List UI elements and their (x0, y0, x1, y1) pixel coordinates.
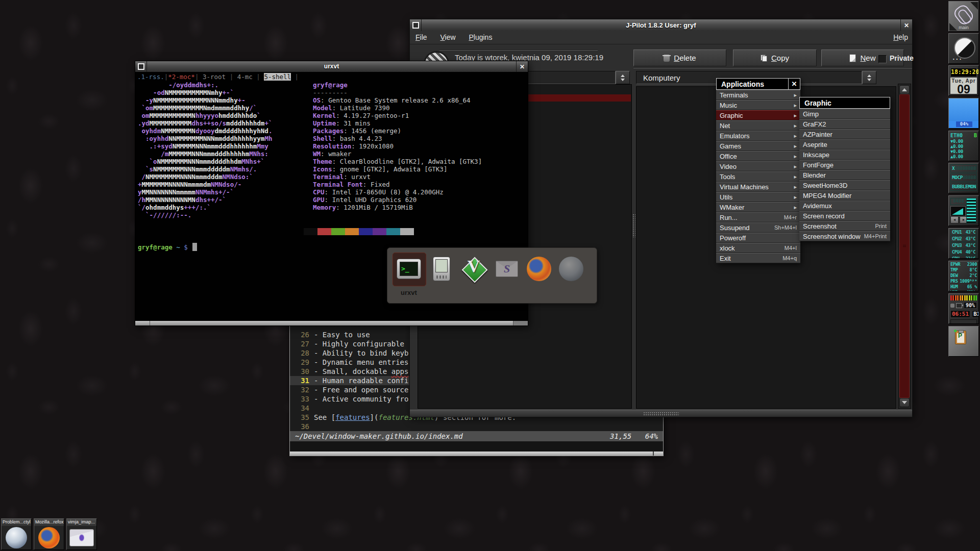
mixer-prev-button[interactable]: ◂ (950, 216, 959, 223)
memo-scrollbar[interactable] (898, 84, 911, 409)
switcher-item-mail[interactable]: S (494, 256, 520, 282)
miniaturize-button[interactable] (135, 61, 147, 72)
weather-value: 2300 (967, 262, 977, 267)
vim-statusline: ~/Devel/window-maker.github.io/index.md … (290, 431, 663, 441)
window-switcher-panel: >_ V S urxvt (387, 247, 597, 304)
graphic-submenu-title[interactable]: Graphic (799, 97, 890, 109)
menu-item[interactable]: Exit M4+q (716, 253, 800, 263)
dock-lcd-display[interactable]: X88888888 MOCP88888 BUBBLEMON (948, 163, 979, 193)
scroll-down-button[interactable] (899, 398, 910, 407)
art-line: `-//////:--. (138, 211, 272, 219)
weather-label: WND (950, 290, 958, 291)
chevron-up-icon (902, 88, 907, 91)
copy-label: Copy (771, 54, 789, 62)
menu-item[interactable]: Tools ▸ (716, 171, 800, 182)
menu-item[interactable]: Screenshot Print (799, 221, 890, 231)
dock-bubblemon[interactable]: 04% (948, 98, 979, 129)
vim-bottom-scrollbar[interactable] (290, 452, 663, 456)
art-line: oyhdmNMMMMMMMNdyooydmddddhhhhyhNd. (138, 127, 272, 135)
clip-arrow-icon[interactable] (970, 2, 978, 10)
menu-item[interactable]: Aseprite (799, 139, 890, 149)
terminal-resizebar[interactable] (135, 320, 528, 325)
art-line: omMMMMMMMMMMMNhhyyyohmdddhhhdo` (138, 112, 272, 119)
dock-cputemp[interactable]: CPU1 43°C CPU2 43°C CPU3 43°C CPU4 40°C … (948, 228, 979, 259)
menu-item[interactable]: Net ▸ (716, 120, 800, 131)
info-label: CPU (313, 188, 325, 196)
switcher-item-browser[interactable] (558, 256, 584, 282)
switcher-item-gvim[interactable]: V (460, 256, 487, 282)
mixer-level-bars[interactable] (966, 198, 976, 223)
dock-netmonitor[interactable]: ETH0 B ▼0.00 ▲0.00 ▼0.00 ▲0.00 (948, 131, 979, 161)
menu-item[interactable]: MPEG4 Modifier (799, 190, 890, 201)
scrollbar-thumb[interactable] (899, 94, 910, 398)
close-button[interactable]: ✕ (516, 61, 528, 72)
switcher-item-jpilot[interactable] (428, 256, 455, 282)
menu-item[interactable]: Graphic ▸ (716, 110, 800, 120)
private-checkbox[interactable] (878, 55, 887, 63)
pane-splitter[interactable] (632, 84, 636, 409)
info-value: ClearBloodline [GTK2], Adwaita [GTK3] (340, 158, 482, 165)
new-document-icon (849, 54, 856, 62)
menu-item[interactable]: Music ▸ (716, 100, 800, 110)
menu-item[interactable]: Gimp (799, 109, 890, 119)
menu-item[interactable]: SweetHome3D (799, 180, 890, 190)
miniwindow[interactable]: Mozilla...refox (34, 518, 64, 550)
menu-item[interactable]: Screenshot window M4+Print (799, 231, 890, 241)
memo-entry-spinner[interactable] (616, 71, 630, 84)
menu-file[interactable]: File (410, 31, 433, 41)
menu-item[interactable]: AZPainter (799, 129, 890, 139)
menu-item[interactable]: Poweroff (716, 233, 800, 243)
menu-item[interactable]: WMaker ▸ (716, 202, 800, 212)
menu-item[interactable]: Video ▸ (716, 161, 800, 171)
menu-close-button[interactable]: ✕ (788, 79, 800, 89)
menu-item[interactable]: Screen record (799, 211, 890, 221)
weather-row: WND NNW↑ (950, 290, 977, 291)
dock-clip[interactable]: main (948, 1, 979, 32)
menu-item[interactable]: Inkscape (799, 149, 890, 160)
info-value: 1456 (emerge) (351, 127, 401, 135)
close-button[interactable]: ✕ (900, 19, 912, 31)
dock-weather[interactable]: EPWR 2300 TMP 8°C DEW 2°C PRS 1009ʰᵖᵃ HU… (948, 261, 979, 291)
neofetch-separator: --------- (313, 89, 348, 96)
menu-item[interactable]: Emulators ▸ (716, 131, 800, 141)
temp-label: CPU1 (952, 230, 962, 235)
menu-item[interactable]: Virtual Machines ▸ (716, 182, 800, 192)
menu-item[interactable]: Run... M4+r (716, 212, 800, 222)
menu-item[interactable]: Avidemux (799, 201, 890, 211)
miniwindow-title: Mozilla...refox (34, 519, 64, 527)
menu-item[interactable]: Blender (799, 170, 890, 180)
menu-item[interactable]: Susupend Sh+M4+l (716, 222, 800, 233)
menu-item[interactable]: xlock M4+l (716, 243, 800, 253)
dock-mixer[interactable]: 8488 ◂ ▸ (948, 195, 979, 226)
miniaturize-button[interactable] (410, 19, 422, 31)
dock-battery[interactable]: 90% 06:51 B1 (948, 293, 979, 324)
line-number: 29 (290, 358, 314, 366)
jpilot-resizebar[interactable] (410, 410, 912, 417)
dock-launcher[interactable]: ... (948, 33, 979, 64)
jpilot-titlebar[interactable]: J-Pilot 1.8.2 User: gryf ✕ (410, 19, 912, 32)
net-interface-label: ETH0 (950, 133, 963, 138)
dock-clipboard-manager[interactable]: P (948, 326, 979, 357)
category-spinner[interactable] (862, 71, 876, 84)
copy-button[interactable]: Copy (733, 49, 817, 66)
menu-item[interactable]: Terminals ▸ (716, 90, 800, 100)
menu-plugins[interactable]: Plugins (463, 31, 498, 41)
menu-item-extra: ▸ (794, 112, 797, 119)
switcher-item-firefox[interactable] (526, 256, 552, 282)
miniwindow[interactable]: Problem...ctyl (1, 518, 32, 550)
delete-button[interactable]: Delete (633, 49, 726, 66)
applications-menu-title[interactable]: Applications ✕ (716, 78, 800, 90)
scroll-up-button[interactable] (899, 85, 910, 94)
miniwindow[interactable]: vimja_imap... (66, 518, 97, 550)
terminal-titlebar[interactable]: urxvt ✕ (135, 61, 528, 72)
menu-view[interactable]: View (434, 31, 461, 41)
temp-value: 43°C (966, 236, 975, 241)
menu-item[interactable]: FontForge (799, 160, 890, 170)
switcher-item-urxvt[interactable]: >_ (396, 256, 422, 282)
menu-item[interactable]: Games ▸ (716, 141, 800, 151)
menu-item[interactable]: Utils ▸ (716, 192, 800, 202)
menu-help[interactable]: Help (893, 33, 908, 41)
menu-item[interactable]: Office ▸ (716, 151, 800, 161)
menu-item[interactable]: GraFX2 (799, 119, 890, 129)
dock-clock[interactable]: 18:29:20 Tue, Apr 09 (948, 65, 979, 96)
